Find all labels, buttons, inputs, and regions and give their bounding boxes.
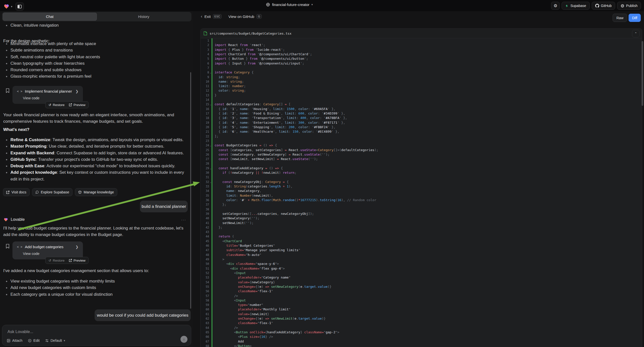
code-line-text: const BudgetCategories = () => {	[212, 143, 642, 148]
code-line: 11 limit: number;	[201, 84, 642, 88]
line-number-gutter: 17	[201, 111, 212, 116]
fold-caret-icon[interactable]: ⌄	[210, 166, 212, 171]
tab-chat[interactable]: Chat	[3, 13, 97, 21]
restore-label: Restore	[53, 103, 64, 107]
edit-button[interactable]: Edit	[28, 338, 40, 342]
exit-label: Exit	[204, 14, 210, 19]
preview-button[interactable]: Preview	[67, 259, 88, 262]
bullet-dot	[6, 56, 7, 58]
code-line-text: id: string;	[212, 75, 642, 80]
line-number-gutter: 14	[201, 98, 212, 102]
restore-button[interactable]: ↺ Restore	[46, 259, 66, 262]
bullet-text: Minimalist interface with plenty of whit…	[10, 40, 96, 47]
view-on-github-button[interactable]: View on GitHub G	[228, 14, 262, 19]
target-icon	[28, 339, 32, 342]
fold-caret-icon[interactable]: ⌄	[210, 102, 212, 107]
line-number-gutter: 56	[201, 289, 212, 294]
code-line: 13}	[201, 93, 642, 98]
attach-button[interactable]: Attach	[7, 338, 22, 342]
code-line-text: <ChartCard	[212, 239, 642, 244]
bullet-dot	[6, 63, 7, 64]
code-line: 25 const [categories, setCategories] = R…	[201, 148, 642, 152]
chat-panel: Chat History Clean, intuitive navigation…	[0, 11, 194, 347]
file-header[interactable]: src/components/budget/BudgetCategories.t…	[201, 29, 642, 38]
raw-toggle-button[interactable]: Raw	[613, 14, 627, 22]
code-line: 21 { id: '6', name: 'Healthcare', limit:…	[201, 130, 642, 134]
code-line: 18 { id: '3', name: 'Transportation', li…	[201, 116, 642, 120]
supabase-label: Supabase	[570, 4, 586, 8]
supabase-button[interactable]: Supabase	[562, 2, 590, 10]
line-number-gutter: 39	[201, 212, 212, 216]
fold-caret-icon[interactable]: ⌄	[210, 70, 212, 75]
visit-docs-label: Visit docs	[12, 190, 26, 194]
explore-supabase-button[interactable]: Explore Supabase	[32, 188, 72, 196]
supabase-bolt-icon	[565, 4, 568, 8]
code-line-text: import ChartCard from '@/components/ui/C…	[212, 52, 642, 56]
sidebar-toggle-button[interactable]	[16, 2, 24, 10]
line-number-gutter: 24⌄	[201, 143, 212, 148]
bookmark-icon[interactable]	[6, 88, 10, 93]
code-line: 22];	[201, 134, 642, 139]
line-number-gutter: 62	[201, 316, 212, 321]
bullet-dot	[6, 287, 7, 288]
manage-knowledge-button[interactable]: Manage knowledge	[75, 188, 117, 196]
chat-scrollbar[interactable]	[190, 72, 191, 309]
line-number-gutter: 32⌄	[201, 180, 212, 184]
tab-history[interactable]: History	[97, 13, 191, 21]
visit-docs-button[interactable]: Visit docs	[3, 188, 30, 196]
code-line-text: placeholder="Category name"	[212, 275, 642, 280]
bullet-text: Debug with Ease: Activate our experiment…	[10, 163, 175, 169]
publish-button[interactable]: Publish	[617, 2, 641, 10]
list-item: Minimalist interface with plenty of whit…	[0, 40, 100, 47]
code-line: 32⌄ const newCategoryObj: Category = {	[201, 180, 642, 184]
code-line: 2import React from 'react';	[201, 43, 642, 47]
collapse-file-button[interactable]: ⌃	[632, 30, 640, 37]
code-line-text: onChange={(e) => setNewLimit(e.target.va…	[212, 316, 642, 321]
code-line: 1	[201, 38, 642, 43]
code-line: 42 };	[201, 225, 642, 230]
code-line-text: const handleAddCategory = () => {	[212, 166, 642, 170]
exit-button[interactable]: ‹ Exit ESC	[201, 14, 222, 19]
composer-input[interactable]: Ask Lovable...	[8, 329, 33, 334]
fold-caret-icon[interactable]: ⌄	[210, 144, 212, 148]
mode-selector[interactable]: Default ▾	[45, 338, 65, 342]
chevron-down-icon[interactable]: ▾	[11, 5, 12, 8]
chevron-right-icon: ❯	[76, 245, 78, 249]
settings-button[interactable]: ⚙	[551, 2, 560, 10]
view-code-link[interactable]: View code	[23, 252, 40, 256]
diff-toggle-button[interactable]: Diff	[628, 14, 641, 22]
code-scrollbar[interactable]	[642, 41, 643, 106]
bullet-text: Add project knowledge: Set key context o…	[10, 169, 189, 182]
code-line: 7	[201, 66, 642, 70]
code-line-text: };	[212, 202, 642, 207]
code-line-text: <div className="flex gap-4">	[212, 266, 642, 271]
bookmark-icon[interactable]	[6, 244, 10, 248]
code-line-text: ];	[212, 134, 642, 139]
restore-label: Restore	[53, 259, 64, 262]
code-line-text: };	[212, 225, 642, 230]
code-line-text: const [newCategory, setNewCategory] = Re…	[212, 152, 642, 157]
code-line: 38	[201, 207, 642, 212]
mode-label: Default	[50, 338, 62, 342]
view-code-link[interactable]: View code	[23, 96, 40, 100]
code-line: 36 color: '#' + Math.floor(Math.random()…	[201, 198, 642, 202]
line-number-gutter: 5	[201, 56, 212, 61]
composer[interactable]: Ask Lovable... Attach Edit	[2, 325, 191, 346]
lovable-logo-icon[interactable]	[4, 4, 10, 9]
publish-label: Publish	[626, 4, 638, 8]
restore-button[interactable]: ↺ Restore	[46, 103, 66, 107]
line-number-gutter: 48	[201, 253, 212, 257]
fold-caret-icon[interactable]: ⌄	[210, 180, 212, 184]
send-button[interactable]: ↑	[180, 336, 188, 343]
code-line: 37 };	[201, 202, 642, 207]
line-number-gutter: 51	[201, 266, 212, 271]
preview-label: Preview	[74, 259, 86, 262]
code-line-text: import { Input } from '@/components/ui/i…	[212, 61, 642, 66]
bullet-dot	[6, 76, 7, 77]
project-selector[interactable]: financial-future-creator ▾	[266, 2, 313, 7]
arrow-up-icon: ↑	[183, 337, 185, 342]
message-menu-button[interactable]: ···	[181, 218, 186, 222]
github-button[interactable]: GitHub	[592, 2, 615, 10]
preview-button[interactable]: Preview	[67, 103, 88, 107]
code-line: 62 onChange={(e) => setNewLimit(e.target…	[201, 316, 642, 321]
